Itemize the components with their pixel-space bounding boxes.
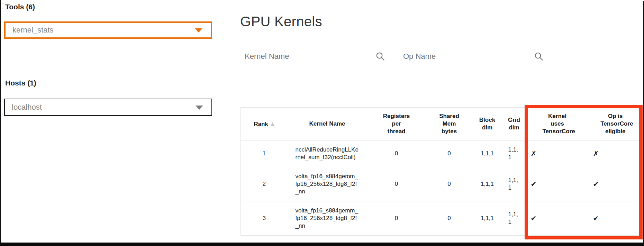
column-label: Op is TensorCore eligible xyxy=(600,112,630,135)
cell-kernel_uses_tensorcore: ✔ xyxy=(526,167,589,201)
sort-ascending-icon: ▲ xyxy=(271,121,275,127)
cell-kernel_name: ncclAllReduceRingLLKernel_sum_f32(ncclCo… xyxy=(288,140,367,167)
table-row: 2volta_fp16_s884gemm_fp16_256x128_ldg8_f… xyxy=(241,167,643,201)
cell-registers_per_thread: 0 xyxy=(367,140,426,167)
column-header-block_dim[interactable]: Block dim xyxy=(473,108,502,140)
table-row: 1ncclAllReduceRingLLKernel_sum_f32(ncclC… xyxy=(241,140,643,167)
column-header-rank[interactable]: Rank▲ xyxy=(241,108,288,140)
chevron-down-icon xyxy=(195,28,202,33)
table-row: 3volta_fp16_s884gemm_fp16_256x128_ldg8_f… xyxy=(241,201,643,236)
column-label: Kernel Name xyxy=(309,120,345,128)
tool-select-value: kernel_stats xyxy=(12,26,54,35)
cell-registers_per_thread: 0 xyxy=(367,201,426,236)
cell-shared_mem_bytes: 0 xyxy=(426,201,473,236)
hosts-label: Hosts (1) xyxy=(5,79,36,87)
host-select[interactable]: localhost xyxy=(4,99,212,116)
column-header-registers_per_thread[interactable]: Registers per thread xyxy=(367,108,426,140)
column-header-kernel_uses_tensorcore[interactable]: Kernel uses TensorCore xyxy=(526,108,589,140)
op-name-input[interactable] xyxy=(399,48,531,65)
column-label: Shared Mem bytes xyxy=(438,112,460,135)
op-name-filter xyxy=(399,48,546,65)
cell-grid_dim: 1,1,1 xyxy=(502,167,526,201)
column-header-grid_dim[interactable]: Grid dim xyxy=(502,108,526,140)
cell-op_is_tensorcore_eligible: ✔ xyxy=(589,201,643,236)
cell-grid_dim: 1,1,1 xyxy=(502,201,526,236)
page-border-left xyxy=(0,0,1,246)
cell-op_is_tensorcore_eligible: ✗ xyxy=(589,140,643,167)
chevron-down-icon xyxy=(196,106,203,110)
cell-rank: 1 xyxy=(241,140,288,167)
cell-kernel_uses_tensorcore: ✔ xyxy=(526,201,589,236)
column-label: Rank xyxy=(254,120,268,128)
cell-kernel_uses_tensorcore: ✗ xyxy=(526,140,589,167)
cell-block_dim: 1,1,1 xyxy=(473,201,502,236)
column-label: Registers per thread xyxy=(383,112,410,135)
tools-label: Tools (6) xyxy=(5,3,35,11)
cell-grid_dim: 1,1,1 xyxy=(502,140,526,167)
column-label: Block dim xyxy=(473,116,501,131)
search-icon xyxy=(534,51,544,62)
cell-rank: 3 xyxy=(241,201,288,236)
cell-kernel_name: volta_fp16_s884gemm_fp16_256x128_ldg8_f2… xyxy=(288,201,367,236)
column-header-kernel_name[interactable]: Kernel Name xyxy=(288,108,367,140)
cell-shared_mem_bytes: 0 xyxy=(426,140,473,167)
page-title: GPU Kernels xyxy=(240,14,322,29)
search-icon xyxy=(375,51,386,62)
cell-op_is_tensorcore_eligible: ✔ xyxy=(589,167,643,201)
host-select-value: localhost xyxy=(12,103,42,112)
table-header-row: Rank▲Kernel NameRegisters per threadShar… xyxy=(241,108,643,140)
sidebar-divider xyxy=(227,0,227,243)
cell-shared_mem_bytes: 0 xyxy=(426,167,473,201)
cell-block_dim: 1,1,1 xyxy=(473,140,502,167)
column-header-op_is_tensorcore_eligible[interactable]: Op is TensorCore eligible xyxy=(589,108,643,140)
column-label: Kernel uses TensorCore xyxy=(543,112,572,135)
page-border-bottom xyxy=(0,243,644,246)
cell-rank: 2 xyxy=(241,167,288,201)
kernel-name-input[interactable] xyxy=(241,48,372,65)
profiler-page: Tools (6) kernel_stats Hosts (1) localho… xyxy=(0,0,644,246)
column-header-shared_mem_bytes[interactable]: Shared Mem bytes xyxy=(426,108,473,140)
kernel-name-filter xyxy=(241,48,388,65)
gpu-kernels-table: Rank▲Kernel NameRegisters per threadShar… xyxy=(241,107,643,236)
cell-block_dim: 1,1,1 xyxy=(473,167,502,201)
tool-select[interactable]: kernel_stats xyxy=(4,21,212,39)
cell-registers_per_thread: 0 xyxy=(367,167,426,201)
column-label: Grid dim xyxy=(503,116,526,131)
cell-kernel_name: volta_fp16_s884gemm_fp16_256x128_ldg8_f2… xyxy=(288,167,367,201)
